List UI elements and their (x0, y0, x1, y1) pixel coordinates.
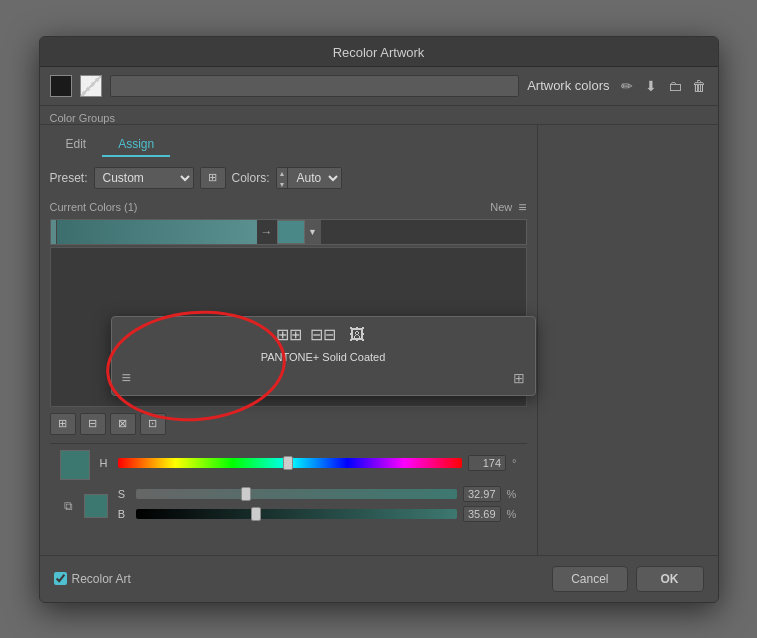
colors-label: Colors: (232, 171, 270, 185)
b-slider-row: B 35.69 % (114, 506, 517, 522)
popup-list-icon[interactable]: ≡ (122, 369, 131, 387)
top-bar-icons: ✏ ⬇ 🗀 🗑 (618, 77, 708, 95)
bottom-icon-1[interactable]: ⊞ (50, 413, 76, 435)
sub-color-swatch[interactable] (84, 494, 108, 518)
bottom-icon-2[interactable]: ⊟ (80, 413, 106, 435)
copy-icon[interactable]: ⧉ (60, 497, 78, 515)
ok-button[interactable]: OK (636, 566, 704, 592)
h-slider-thumb[interactable] (283, 456, 293, 470)
save-icon[interactable]: ⬇ (642, 77, 660, 95)
b-value[interactable]: 35.69 (463, 506, 501, 522)
swatch-row: H 174 ° (60, 450, 517, 480)
spinbox-arrows[interactable]: ▲ ▼ (277, 168, 289, 188)
library-popup: ⊞⊞ ⊟⊟ 🖼 PANTONE+ Solid Coated ≡ ⊞ (111, 316, 536, 396)
tab-assign[interactable]: Assign (102, 133, 170, 157)
b-slider-thumb[interactable] (251, 507, 261, 521)
color-table-area: ⊞⊞ ⊟⊟ 🖼 PANTONE+ Solid Coated ≡ ⊞ (50, 247, 527, 407)
bottom-icon-4[interactable]: ⊡ (140, 413, 166, 435)
right-panel (538, 125, 718, 555)
preset-label: Preset: (50, 171, 88, 185)
folder-icon[interactable]: 🗀 (666, 77, 684, 95)
hamburger-icon[interactable]: ≡ (518, 199, 526, 215)
recolor-art-checkbox[interactable] (54, 572, 67, 585)
bottom-icon-3[interactable]: ⊠ (110, 413, 136, 435)
tabs-row: Edit Assign (50, 133, 527, 157)
artwork-colors-label: Artwork colors (527, 78, 609, 93)
colors-spinbox[interactable]: ▲ ▼ Auto (276, 167, 343, 189)
recolor-art-label: Recolor Art (72, 572, 131, 586)
expand-button[interactable]: ▼ (305, 220, 321, 244)
color-row[interactable]: → ▼ (50, 219, 527, 245)
current-color-swatch[interactable] (57, 220, 257, 244)
button-group: Cancel OK (552, 566, 703, 592)
left-panel: Edit Assign Preset: Custom ⊞ Colors: ▲ ▼ (40, 125, 538, 555)
white-swatch[interactable] (80, 75, 102, 97)
pantone-label: PANTONE+ Solid Coated (122, 351, 525, 363)
bottom-bar: Recolor Art Cancel OK (40, 555, 718, 602)
popup-icon-3[interactable]: 🖼 (345, 325, 369, 345)
main-dropdown[interactable] (110, 75, 520, 97)
pencil-icon[interactable]: ✏ (618, 77, 636, 95)
tab-edit[interactable]: Edit (50, 133, 103, 157)
spinbox-down[interactable]: ▼ (279, 179, 286, 190)
h-label: H (96, 457, 112, 469)
popup-grid-icon[interactable]: ⊞ (513, 370, 525, 386)
dialog-title: Recolor Artwork (333, 45, 425, 60)
arrow-right-icon: → (261, 225, 273, 239)
h-unit: ° (512, 457, 516, 469)
preset-row: Preset: Custom ⊞ Colors: ▲ ▼ Auto (50, 167, 527, 189)
color-groups-label: Color Groups (50, 108, 125, 124)
s-unit: % (507, 488, 517, 500)
popup-bottom-row: ≡ ⊞ (122, 369, 525, 387)
h-value[interactable]: 174 (468, 455, 506, 471)
black-swatch[interactable] (50, 75, 72, 97)
trash-icon[interactable]: 🗑 (690, 77, 708, 95)
bottom-icons-row: ⊞ ⊟ ⊠ ⊡ (50, 413, 527, 435)
recolor-artwork-dialog: Recolor Artwork Artwork colors ✏ ⬇ 🗀 🗑 C… (39, 36, 719, 603)
spinbox-up[interactable]: ▲ (279, 168, 286, 179)
popup-icon-1[interactable]: ⊞⊞ (277, 325, 301, 345)
colors-dropdown[interactable]: Auto (288, 168, 341, 188)
grid-icon-btn[interactable]: ⊞ (200, 167, 226, 189)
top-bar: Artwork colors ✏ ⬇ 🗀 🗑 (40, 67, 718, 106)
s-label: S (114, 488, 130, 500)
b-unit: % (507, 508, 517, 520)
title-bar: Recolor Artwork (40, 37, 718, 67)
new-label: New (490, 201, 512, 213)
s-value[interactable]: 32.97 (463, 486, 501, 502)
popup-icon-2[interactable]: ⊟⊟ (311, 325, 335, 345)
s-slider-thumb[interactable] (241, 487, 251, 501)
sliders-section: H 174 ° ⧉ S (50, 443, 527, 532)
current-new-header: Current Colors (1) New ≡ (50, 199, 527, 215)
current-colors-label: Current Colors (1) (50, 201, 138, 213)
new-color-swatch[interactable] (277, 220, 305, 244)
h-slider-row: H 174 ° (96, 455, 517, 471)
b-slider-track[interactable] (136, 509, 457, 519)
preset-select[interactable]: Custom (94, 167, 194, 189)
popup-top-icons: ⊞⊞ ⊟⊟ 🖼 (122, 325, 525, 345)
cancel-button[interactable]: Cancel (552, 566, 627, 592)
s-slider-track[interactable] (136, 489, 457, 499)
main-color-swatch[interactable] (60, 450, 90, 480)
recolor-art-checkbox-label[interactable]: Recolor Art (54, 572, 131, 586)
s-slider-row: S 32.97 % (114, 486, 517, 502)
b-label: B (114, 508, 130, 520)
h-slider-track[interactable] (118, 458, 463, 468)
